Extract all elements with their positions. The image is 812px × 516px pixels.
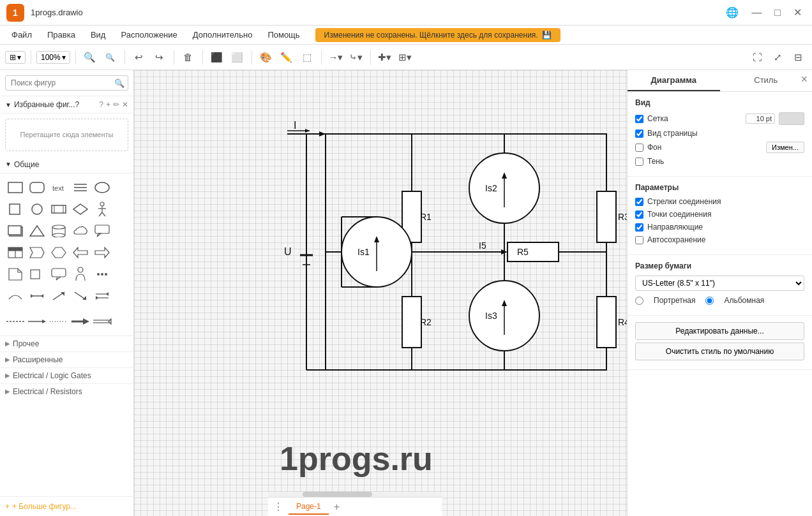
shape-rect-shadow[interactable] <box>5 221 26 241</box>
background-change-btn[interactable]: Измен... <box>766 142 804 153</box>
shape-cylinder[interactable] <box>49 221 69 241</box>
shape-callout[interactable] <box>92 221 112 241</box>
menu-view[interactable]: Вид <box>84 27 112 42</box>
shadow-checkbox[interactable] <box>635 158 643 166</box>
shape-rect[interactable] <box>5 177 26 198</box>
shape-hexagon[interactable] <box>49 242 69 263</box>
shape-rounded-rect[interactable] <box>27 177 47 198</box>
page-view-checkbox[interactable] <box>635 129 643 138</box>
zoom-control[interactable]: 100% ▾ <box>36 51 70 64</box>
insert-btn[interactable]: ✚▾ <box>376 48 394 66</box>
shape-dotted-line[interactable] <box>49 311 69 332</box>
shape-double-line[interactable] <box>92 311 112 332</box>
favorites-add-icon[interactable]: + <box>106 100 110 109</box>
shape-diagonal-arrow1[interactable] <box>49 286 69 306</box>
maximize-btn[interactable]: □ <box>771 6 785 20</box>
globe-icon[interactable]: 🌐 <box>722 5 742 20</box>
minimize-btn[interactable]: — <box>748 6 765 20</box>
to-front-btn[interactable]: ⬛ <box>208 48 226 66</box>
shape-square[interactable] <box>5 199 26 219</box>
shape-text[interactable]: text <box>49 177 69 198</box>
line-color-btn[interactable]: ✏️ <box>278 48 296 66</box>
clear-style-btn[interactable]: Очистить стиль по умолчанию <box>635 343 804 360</box>
shape-table[interactable] <box>5 242 26 263</box>
shape-process[interactable] <box>49 199 69 219</box>
shape-actor[interactable] <box>92 199 112 219</box>
advanced-section-header[interactable]: ▶ Расширенные <box>0 351 133 367</box>
zoom-out-btn[interactable]: 🔍 <box>102 48 119 66</box>
add-page-btn[interactable]: + <box>334 501 340 513</box>
close-btn[interactable]: ✕ <box>790 5 806 20</box>
favorites-edit-icon[interactable]: ✏ <box>113 100 119 109</box>
background-checkbox[interactable] <box>635 144 643 152</box>
waypoint-btn[interactable]: ⤷▾ <box>347 48 365 66</box>
shape-curved-arrow[interactable] <box>5 286 26 306</box>
shape-speech[interactable] <box>49 264 69 284</box>
general-section-header[interactable]: ▼ Общие <box>0 156 133 173</box>
shape-lines[interactable] <box>70 177 91 198</box>
panel-close-btn[interactable]: ✕ <box>801 74 808 84</box>
shape-two-arrows[interactable] <box>92 286 112 306</box>
favorites-help-icon[interactable]: ? <box>99 100 103 109</box>
shape-diamond[interactable] <box>70 199 91 219</box>
canvas-grid[interactable]: I U R1 <box>134 70 627 516</box>
unsaved-notice[interactable]: Изменения не сохранены. Щёлкните здесь д… <box>315 28 560 42</box>
electrical-resistors-section-header[interactable]: ▶ Electrical / Resistors <box>0 383 133 399</box>
electrical-logic-section-header[interactable]: ▶ Electrical / Logic Gates <box>0 367 133 383</box>
menu-layout[interactable]: Расположение <box>114 27 183 42</box>
connection-arrows-checkbox[interactable] <box>635 198 643 206</box>
table-btn[interactable]: ⊞▾ <box>396 48 414 66</box>
paper-size-select[interactable]: US-Letter (8.5" x 11")A4A3Legal <box>635 276 804 291</box>
shape-square2[interactable] <box>27 264 47 284</box>
shadow-btn[interactable]: ⬚ <box>298 48 316 66</box>
horizontal-scrollbar[interactable] <box>268 492 442 497</box>
shape-person[interactable] <box>70 264 91 284</box>
other-section-header[interactable]: ▶ Прочее <box>0 335 133 351</box>
menu-file[interactable]: Файл <box>5 27 38 42</box>
portrait-radio[interactable] <box>635 297 643 305</box>
shape-triangle[interactable] <box>27 221 47 241</box>
landscape-radio[interactable] <box>705 297 714 305</box>
search-icon[interactable]: 🔍 <box>114 78 124 88</box>
tab-diagram[interactable]: Диаграмма <box>628 70 720 91</box>
shape-block-arrow[interactable] <box>70 311 91 332</box>
shape-ellipse[interactable] <box>92 177 112 198</box>
close-panel-btn[interactable]: ⊟ <box>789 48 807 66</box>
favorites-section-header[interactable]: ▼ Избранные фиг...? ? + ✏ ✕ <box>0 96 133 114</box>
shape-chevron[interactable] <box>27 242 47 263</box>
menu-extras[interactable]: Дополнительно <box>186 27 259 42</box>
shape-doc[interactable] <box>5 264 26 284</box>
shape-cloud[interactable] <box>70 221 91 241</box>
zoom-in-btn[interactable]: 🔍 <box>81 48 99 66</box>
shape-arrow-line[interactable] <box>27 311 47 332</box>
shape-dots[interactable] <box>92 264 112 284</box>
window-controls[interactable]: 🌐 — □ ✕ <box>722 5 806 20</box>
fill-color-btn[interactable]: 🎨 <box>257 48 275 66</box>
tab-style[interactable]: Стиль <box>720 70 813 91</box>
connection-points-checkbox[interactable] <box>635 210 643 219</box>
redo-btn[interactable]: ↪ <box>151 48 169 66</box>
shape-diagonal-arrow2[interactable] <box>70 286 91 306</box>
delete-btn[interactable]: 🗑 <box>179 48 197 66</box>
grid-color-box[interactable] <box>779 112 804 125</box>
autosave-checkbox[interactable] <box>635 236 643 244</box>
guides-checkbox[interactable] <box>635 223 643 232</box>
more-options-btn[interactable]: ⋮ <box>273 501 283 513</box>
page-tab[interactable]: Page-1 <box>289 499 329 515</box>
shape-dash-line[interactable] <box>5 311 26 332</box>
menu-help[interactable]: Помощь <box>261 27 306 42</box>
grid-checkbox[interactable] <box>635 115 643 123</box>
edit-data-btn[interactable]: Редактировать данные... <box>635 322 804 340</box>
fullscreen-btn[interactable]: ⛶ <box>748 48 766 66</box>
view-toggle[interactable]: ⊞ ▾ <box>5 51 26 64</box>
search-input[interactable] <box>5 75 128 91</box>
fit-btn[interactable]: ⤢ <box>769 48 786 66</box>
to-back-btn[interactable]: ⬜ <box>229 48 246 66</box>
arrow-style-btn[interactable]: →▾ <box>327 48 345 66</box>
menu-edit[interactable]: Правка <box>41 27 82 42</box>
shape-left-arrow[interactable] <box>70 242 91 263</box>
undo-btn[interactable]: ↩ <box>130 48 148 66</box>
shape-right-arrow[interactable] <box>92 242 112 263</box>
shape-circle[interactable] <box>27 199 47 219</box>
favorites-close-icon[interactable]: ✕ <box>122 100 128 109</box>
